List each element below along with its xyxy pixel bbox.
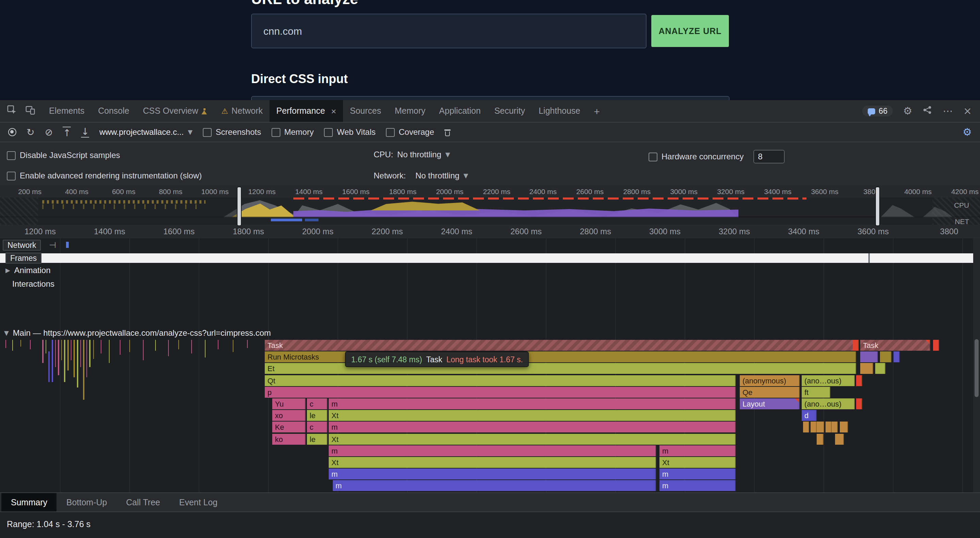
flame-bar[interactable]: [880, 351, 891, 362]
flame-bar[interactable]: (ano…ous): [802, 398, 855, 409]
track-animation[interactable]: ▶ Animation: [5, 266, 51, 275]
settings-gear-icon[interactable]: ⚙: [903, 105, 912, 117]
close-devtools-icon[interactable]: ×: [963, 105, 972, 117]
checkbox-icon[interactable]: [7, 151, 16, 160]
flame-bar[interactable]: [840, 422, 848, 433]
flame-bar[interactable]: Xt: [329, 433, 736, 444]
flame-bar[interactable]: Qe: [740, 387, 800, 398]
flame-bar[interactable]: ko: [272, 433, 305, 444]
vertical-scrollbar[interactable]: [973, 238, 980, 492]
network-request-item[interactable]: [66, 242, 69, 248]
save-profile-icon[interactable]: ↓: [81, 127, 89, 137]
flame-bar[interactable]: d: [802, 410, 817, 421]
cpu-throttling-select[interactable]: CPU: No throttling ▼: [374, 150, 450, 160]
flame-bar[interactable]: le: [307, 410, 327, 421]
flame-bar[interactable]: [803, 422, 809, 433]
flame-bar[interactable]: [811, 422, 817, 433]
css-textarea[interactable]: [251, 96, 730, 100]
tab-security[interactable]: Security: [488, 100, 532, 122]
checkbox-coverage[interactable]: Coverage: [386, 127, 434, 137]
selection-handle-right[interactable]: [875, 187, 880, 226]
flame-bar[interactable]: m: [329, 422, 736, 433]
flame-bar[interactable]: m: [659, 481, 736, 491]
flame-bar[interactable]: m: [333, 481, 656, 491]
checkbox-memory[interactable]: Memory: [271, 127, 314, 137]
tab-memory[interactable]: Memory: [388, 100, 432, 122]
flame-bar[interactable]: [933, 340, 939, 351]
hardware-concurrency-control[interactable]: Hardware concurrency: [649, 150, 784, 163]
inspect-element-icon[interactable]: [7, 105, 17, 117]
flame-bar[interactable]: [860, 351, 878, 362]
flame-bar[interactable]: (ano…ous): [802, 375, 855, 386]
analyze-url-button[interactable]: ANALYZE URL: [651, 15, 729, 47]
load-profile-icon[interactable]: ↑: [63, 127, 71, 137]
checkbox-icon[interactable]: [203, 128, 212, 137]
close-tab-icon[interactable]: ×: [331, 106, 336, 116]
checkbox-screenshots[interactable]: Screenshots: [203, 127, 261, 137]
flame-bar[interactable]: Xt: [329, 457, 656, 468]
flame-bar[interactable]: [835, 433, 844, 444]
tab-sources[interactable]: Sources: [343, 100, 388, 122]
clear-icon[interactable]: ⊘: [45, 127, 52, 137]
tab-console[interactable]: Console: [91, 100, 136, 122]
record-icon[interactable]: [8, 128, 16, 136]
track-interactions[interactable]: Interactions: [12, 279, 54, 289]
url-input[interactable]: [251, 14, 646, 48]
flame-bar[interactable]: [856, 398, 862, 409]
flame-bar[interactable]: [853, 340, 859, 351]
page-select[interactable]: www.projectwallace.c... ▼: [99, 127, 192, 137]
flame-bar[interactable]: ft: [802, 387, 830, 398]
flame-bar[interactable]: m: [329, 469, 656, 479]
timeline-overview[interactable]: CPU NET: [0, 198, 980, 225]
flame-bar[interactable]: [817, 433, 824, 444]
flame-bar[interactable]: [894, 351, 900, 362]
flame-bar[interactable]: Qt: [265, 375, 736, 386]
tab-lighthouse[interactable]: Lighthouse: [532, 100, 587, 122]
bottom-tab-summary[interactable]: Summary: [2, 493, 57, 511]
tab-elements[interactable]: Elements: [42, 100, 91, 122]
tab-application[interactable]: Application: [432, 100, 487, 122]
bottom-tab-event-log[interactable]: Event Log: [170, 493, 227, 511]
flame-bar[interactable]: le: [307, 433, 327, 444]
flame-chart[interactable]: 1.67 s (self 7.48 ms) Task Long task too…: [0, 340, 980, 492]
flame-bar[interactable]: [860, 363, 873, 374]
checkbox-icon[interactable]: [386, 128, 395, 137]
flame-bar[interactable]: [875, 363, 885, 374]
scrollbar-thumb[interactable]: [975, 339, 978, 397]
checkbox-icon[interactable]: [649, 152, 657, 161]
flame-bar[interactable]: c: [307, 398, 327, 409]
track-main-header[interactable]: ▼ Main — https://www.projectwallace.com/…: [4, 328, 271, 338]
advanced-rendering-checkbox[interactable]: Enable advanced rendering instrumentatio…: [7, 171, 202, 180]
flame-bar[interactable]: [817, 422, 824, 433]
chevron-down-icon[interactable]: ▼: [4, 330, 9, 337]
flame-bar[interactable]: (anonymous): [740, 375, 800, 386]
disable-js-checkbox[interactable]: Disable JavaScript samples: [7, 150, 120, 160]
track-network-label[interactable]: Network: [3, 240, 41, 251]
device-toolbar-icon[interactable]: [25, 105, 35, 117]
flame-bar[interactable]: [856, 375, 862, 386]
flame-bar[interactable]: Xt: [329, 410, 736, 421]
chevron-right-icon[interactable]: ▶: [5, 267, 10, 274]
trash-icon[interactable]: [444, 128, 450, 136]
flame-bar[interactable]: Ke: [272, 422, 305, 433]
flame-bar[interactable]: p: [265, 387, 736, 398]
tab-css-overview[interactable]: CSS Overview: [136, 100, 215, 122]
flame-bar[interactable]: [826, 422, 832, 433]
hardware-concurrency-input[interactable]: [753, 150, 784, 163]
flame-bar[interactable]: m: [659, 469, 736, 479]
checkbox-icon[interactable]: [271, 128, 280, 137]
capture-settings-gear-icon[interactable]: ⚙: [963, 126, 972, 138]
reload-record-icon[interactable]: ↻: [27, 127, 34, 137]
flame-bar[interactable]: [832, 422, 838, 433]
flame-bar[interactable]: xo: [272, 410, 305, 421]
checkbox-icon[interactable]: [7, 171, 16, 180]
bottom-tab-call-tree[interactable]: Call Tree: [116, 493, 169, 511]
track-resize-icon[interactable]: ⊣: [49, 240, 56, 250]
console-messages-badge[interactable]: 66: [862, 105, 893, 117]
flame-bar[interactable]: Yu: [272, 398, 305, 409]
checkbox-web-vitals[interactable]: Web Vitals: [324, 127, 375, 137]
tab-performance[interactable]: Performance×: [269, 100, 343, 122]
checkbox-icon[interactable]: [324, 128, 333, 137]
flame-bar[interactable]: m: [329, 398, 736, 409]
flame-bar[interactable]: Xt: [659, 457, 736, 468]
